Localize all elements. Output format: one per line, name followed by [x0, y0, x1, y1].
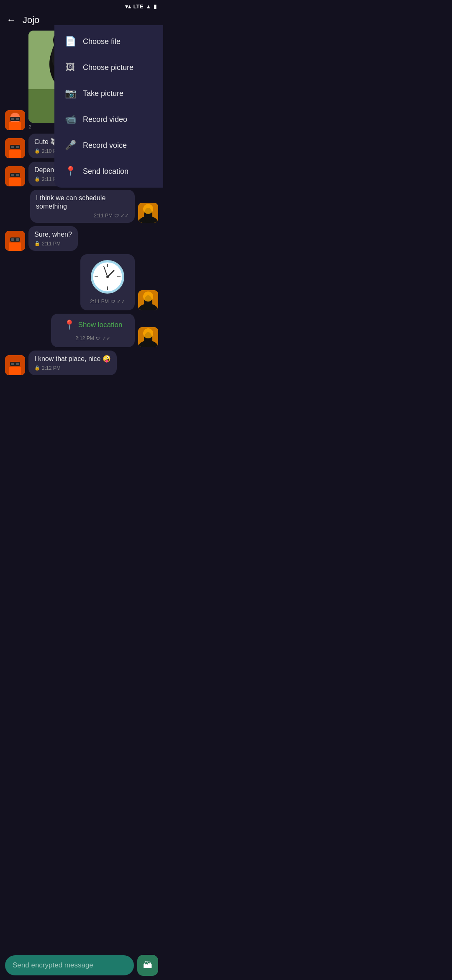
- svg-rect-58: [9, 367, 21, 375]
- svg-rect-20: [11, 146, 14, 148]
- svg-rect-5: [16, 118, 19, 120]
- choose-picture-label: Choose picture: [83, 63, 134, 72]
- message-time: 2: [28, 124, 31, 130]
- signal-icon: ▲: [146, 3, 151, 10]
- read-ticks: ✓✓: [121, 213, 129, 219]
- record-video-label: Record video: [83, 115, 127, 124]
- message-time: 2:12 PM: [42, 365, 61, 371]
- map-pin-icon: 📍: [64, 320, 75, 330]
- svg-rect-27: [9, 178, 21, 186]
- svg-rect-22: [9, 150, 21, 158]
- location-message-bubble: 📍 Show location 2:12 PM 🛡 ✓✓: [51, 314, 135, 347]
- send-location-item[interactable]: 📍 Send location: [54, 158, 163, 184]
- table-row: Sure, when? 🔒 2:11 PM: [5, 226, 158, 251]
- table-row: 2:11 PM 🛡 ✓✓: [5, 254, 158, 310]
- message-bubble: Sure, when? 🔒 2:11 PM: [28, 226, 78, 251]
- take-picture-label: Take picture: [83, 89, 123, 98]
- svg-rect-57: [16, 363, 19, 365]
- svg-point-49: [143, 291, 153, 302]
- lte-label: LTE: [134, 3, 144, 10]
- message-bubble: I know that place, nice 🤪 🔒 2:12 PM: [28, 351, 117, 375]
- send-location-label: Send location: [83, 167, 128, 176]
- svg-rect-35: [11, 238, 14, 241]
- chat-title: Jojo: [23, 15, 39, 26]
- avatar: [5, 231, 25, 251]
- message-text: I know that place, nice 🤪: [34, 355, 111, 362]
- lock-icon: 🔒: [34, 148, 40, 154]
- avatar: [138, 327, 158, 347]
- video-icon: 📹: [64, 114, 76, 125]
- choose-picture-item[interactable]: 🖼 Choose picture: [54, 54, 163, 80]
- camera-icon: 📷: [64, 88, 76, 99]
- show-location-button[interactable]: 📍 Show location: [64, 320, 123, 330]
- attachment-dropdown: 📄 Choose file 🖼 Choose picture 📷 Take pi…: [54, 25, 163, 188]
- svg-point-32: [143, 204, 153, 214]
- choose-file-item[interactable]: 📄 Choose file: [54, 28, 163, 54]
- message-text: I think we can schedule something: [36, 194, 105, 210]
- svg-point-45: [106, 276, 109, 278]
- location-pin-icon: 📍: [64, 166, 76, 177]
- read-ticks: ✓✓: [102, 335, 110, 341]
- battery-icon: ▮: [154, 3, 157, 10]
- record-voice-label: Record voice: [83, 141, 127, 150]
- shield-icon: 🛡: [96, 336, 100, 341]
- avatar: [138, 290, 158, 310]
- record-voice-item[interactable]: 🎤 Record voice: [54, 132, 163, 158]
- svg-rect-4: [11, 118, 14, 120]
- svg-point-53: [143, 328, 153, 338]
- wifi-icon: ▾▴: [125, 3, 131, 10]
- svg-rect-25: [11, 174, 14, 176]
- file-icon: 📄: [64, 36, 76, 47]
- svg-rect-56: [11, 363, 14, 365]
- message-text: Sure, when?: [34, 231, 72, 238]
- record-video-item[interactable]: 📹 Record video: [54, 106, 163, 132]
- picture-icon: 🖼: [64, 62, 76, 73]
- lock-icon: 🔒: [34, 365, 40, 371]
- svg-rect-2: [9, 122, 21, 130]
- choose-file-label: Choose file: [83, 37, 121, 46]
- clock-message-bubble: 2:11 PM 🛡 ✓✓: [80, 254, 135, 310]
- message-time: 2:11 PM: [94, 213, 113, 219]
- table-row: 📍 Show location 2:12 PM 🛡 ✓✓: [5, 314, 158, 347]
- table-row: I know that place, nice 🤪 🔒 2:12 PM: [5, 351, 158, 375]
- clock-face: [91, 260, 124, 294]
- back-button[interactable]: ←: [7, 15, 16, 26]
- shield-icon: 🛡: [114, 213, 119, 218]
- svg-rect-21: [16, 146, 19, 148]
- svg-rect-37: [9, 242, 21, 251]
- avatar: [5, 355, 25, 375]
- microphone-icon: 🎤: [64, 140, 76, 151]
- message-time: 2:12 PM: [75, 335, 94, 341]
- avatar: [5, 138, 25, 158]
- lock-icon: 🔒: [34, 176, 40, 182]
- read-ticks: ✓✓: [117, 299, 125, 304]
- message-bubble: I think we can schedule something 2:11 P…: [30, 190, 135, 223]
- avatar: [5, 110, 25, 130]
- avatar: [138, 203, 158, 223]
- svg-rect-26: [16, 174, 19, 176]
- status-bar: ▾▴ LTE ▲ ▮: [0, 0, 163, 11]
- avatar: [5, 166, 25, 186]
- message-time: 2:11 PM: [90, 299, 109, 304]
- message-time: 2:11 PM: [42, 241, 61, 247]
- take-picture-item[interactable]: 📷 Take picture: [54, 80, 163, 106]
- table-row: I think we can schedule something 2:11 P…: [5, 190, 158, 223]
- svg-rect-36: [16, 238, 19, 241]
- lock-icon: 🔒: [34, 241, 40, 246]
- shield-icon: 🛡: [110, 299, 115, 304]
- show-location-label: Show location: [78, 321, 123, 329]
